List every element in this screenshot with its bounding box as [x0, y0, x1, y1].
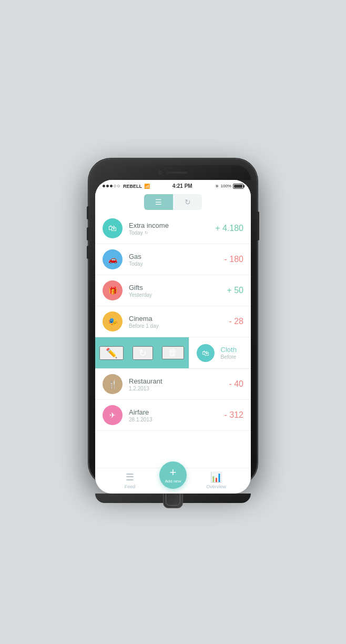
gas-amount: - 180	[215, 255, 243, 264]
repeat-action-button[interactable]: ↻	[133, 346, 153, 360]
feed-label: Feed	[125, 484, 136, 489]
gas-icon-glyph: 🚗	[108, 255, 117, 264]
cloth-date: Before	[221, 354, 243, 360]
signal-dot-3	[110, 185, 113, 187]
gas-icon: 🚗	[103, 249, 123, 269]
edit-icon: ✏️	[106, 348, 117, 358]
transaction-item-gas[interactable]: 🚗 Gas Today - 180	[95, 244, 251, 275]
menu-button[interactable]: ☰	[144, 194, 173, 210]
clock: 4:21 PM	[172, 183, 192, 189]
swiped-transaction-cloth[interactable]: ✏️ ↻ 🗑 🛍 Cloth Before	[95, 337, 251, 369]
cinema-info: Cinema Before 1 day	[123, 315, 215, 329]
extra-income-amount: + 4.180	[215, 224, 243, 233]
refresh-button[interactable]: ↻	[173, 194, 202, 210]
repeat-icon: ↻	[139, 348, 147, 358]
extra-income-icon-glyph: 🛍	[108, 224, 117, 233]
airfare-info: Airfare 28.1.2013	[123, 408, 215, 422]
airfare-name: Airfare	[129, 408, 215, 416]
nav-feed[interactable]: ☰ Feed	[100, 471, 159, 489]
cinema-name: Cinema	[129, 315, 215, 323]
delete-action-button[interactable]: 🗑	[162, 346, 184, 359]
airfare-amount: - 312	[215, 410, 243, 420]
cloth-name: Cloth	[221, 346, 243, 354]
overview-label: Overview	[206, 484, 226, 489]
speaker	[166, 172, 187, 174]
edit-action-button[interactable]: ✏️	[99, 346, 124, 360]
carrier-label: REBELL	[123, 184, 142, 189]
restaurant-icon: 🍴	[103, 374, 123, 394]
restaurant-icon-glyph: 🍴	[108, 380, 117, 388]
top-toolbar: ☰ ↻	[95, 191, 251, 213]
cinema-icon-glyph: 🎭	[108, 317, 117, 326]
camera	[159, 171, 162, 174]
gas-name: Gas	[129, 253, 215, 260]
gifts-amount: + 50	[215, 286, 243, 295]
wifi-icon: 📶	[144, 184, 150, 189]
transaction-item-airfare[interactable]: ✈ Airfare 28.1.2013 - 312	[95, 400, 251, 431]
add-icon: +	[170, 467, 177, 478]
overview-icon: 📊	[210, 471, 222, 483]
extra-income-icon: 🛍	[103, 218, 123, 238]
extra-income-name: Extra income	[129, 222, 215, 229]
battery-fill	[234, 185, 242, 188]
add-new-button[interactable]: + Add new	[159, 461, 187, 489]
gas-info: Gas Today	[123, 253, 215, 267]
airfare-icon-glyph: ✈	[109, 411, 116, 419]
battery-bar	[233, 184, 243, 189]
status-left: REBELL 📶	[103, 184, 150, 189]
restaurant-amount: - 40	[215, 379, 243, 389]
nav-overview[interactable]: 📊 Overview	[187, 471, 246, 489]
transaction-item-gifts[interactable]: 🎁 Gifts Yesterday + 50	[95, 275, 251, 306]
feed-icon: ☰	[126, 471, 134, 483]
signal-dot-4	[114, 185, 116, 187]
refresh-icon: ↻	[185, 198, 191, 206]
battery-percentage: 100%	[221, 184, 231, 188]
restaurant-date: 1.2.2013	[129, 386, 215, 391]
extra-income-date: Today ↻	[129, 230, 215, 236]
status-right: ✳ 100%	[215, 184, 243, 189]
swipe-action-panel: ✏️ ↻ 🗑	[95, 337, 189, 368]
restaurant-info: Restaurant 1.2.2013	[123, 377, 215, 391]
cloth-info: Cloth Before	[215, 346, 243, 360]
signal-dots	[103, 185, 120, 187]
phone-frame: REBELL 📶 4:21 PM ✳ 100% ☰ ↻	[89, 159, 257, 485]
restaurant-name: Restaurant	[129, 377, 215, 385]
phone-bottom	[95, 494, 251, 503]
bluetooth-icon: ✳	[215, 184, 219, 189]
gifts-date: Yesterday	[129, 292, 215, 298]
cloth-icon-glyph: 🛍	[202, 349, 209, 357]
bottom-navigation: ☰ Feed + Add new 📊 Overview	[95, 468, 251, 494]
airfare-icon: ✈	[103, 405, 123, 425]
signal-dot-5	[117, 185, 120, 187]
transaction-item-cinema[interactable]: 🎭 Cinema Before 1 day - 28	[95, 306, 251, 337]
gas-date: Today	[129, 261, 215, 267]
cloth-item-visible: 🛍 Cloth Before	[189, 337, 251, 368]
extra-income-info: Extra income Today ↻	[123, 222, 215, 236]
add-new-label: Add new	[165, 479, 181, 484]
cinema-icon: 🎭	[103, 311, 123, 331]
cinema-date: Before 1 day	[129, 323, 215, 329]
transaction-item-restaurant[interactable]: 🍴 Restaurant 1.2.2013 - 40	[95, 369, 251, 400]
hamburger-icon: ☰	[155, 198, 162, 206]
airfare-date: 28.1.2013	[129, 417, 215, 422]
cloth-icon: 🛍	[197, 344, 215, 362]
delete-icon: 🗑	[168, 347, 178, 358]
refresh-small-icon: ↻	[145, 230, 148, 235]
transaction-item-extra-income[interactable]: 🛍 Extra income Today ↻ + 4.180	[95, 213, 251, 244]
gifts-name: Gifts	[129, 284, 215, 291]
gifts-info: Gifts Yesterday	[123, 284, 215, 298]
gifts-icon: 🎁	[103, 280, 123, 300]
signal-dot-2	[106, 185, 109, 187]
phone-top	[95, 165, 251, 180]
cinema-amount: - 28	[215, 317, 243, 326]
status-bar: REBELL 📶 4:21 PM ✳ 100%	[95, 180, 251, 191]
phone-screen: REBELL 📶 4:21 PM ✳ 100% ☰ ↻	[95, 180, 251, 494]
gifts-icon-glyph: 🎁	[108, 286, 117, 295]
transaction-list: 🛍 Extra income Today ↻ + 4.180 🚗 Gas	[95, 213, 251, 468]
signal-dot-1	[103, 185, 105, 187]
